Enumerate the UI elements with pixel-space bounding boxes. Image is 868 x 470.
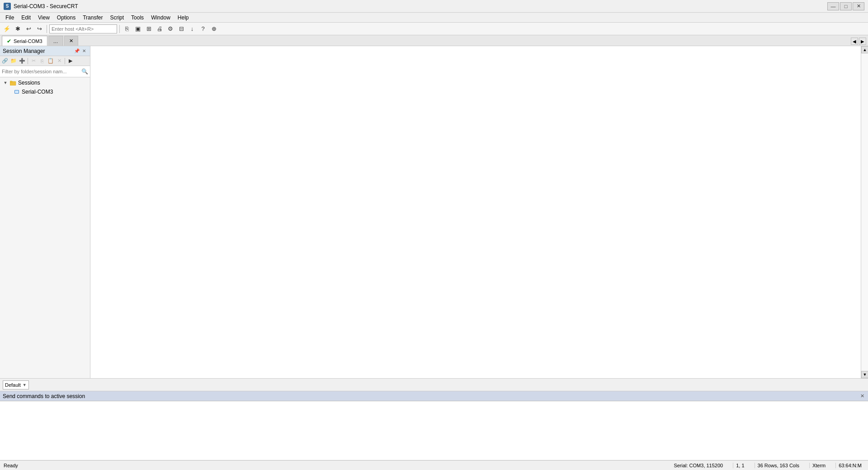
scroll-up-btn[interactable]: ▲ [861,46,868,53]
maximize-button[interactable]: □ [840,2,852,10]
toolbar-download-btn[interactable]: ↓ [187,24,197,34]
terminal-area[interactable]: ▲ ▼ [90,46,868,378]
sm-delete-btn: ✕ [55,57,63,65]
tab-prev-btn[interactable]: ◀ [851,38,858,45]
send-commands-input-area[interactable] [0,401,868,460]
status-bar: Ready Serial: COM3, 115200 1, 1 36 Rows,… [0,460,868,470]
dropdown-arrow-icon: ▼ [23,383,27,387]
filter-container: 🔍 [0,66,90,77]
sm-cut-btn: ✂ [29,57,38,65]
sm-paste-btn: 📋 [47,57,55,65]
tab-ellipsis-label: … [53,38,58,44]
toolbar-forward-btn[interactable]: ↪ [34,24,44,34]
folder-icon [10,80,16,85]
sm-sep1 [28,58,28,64]
menu-item-edit[interactable]: Edit [18,14,34,22]
scroll-down-btn[interactable]: ▼ [861,371,868,378]
menu-item-view[interactable]: View [34,14,53,22]
status-dimensions: 36 Rows, 163 Cols [755,463,802,468]
toolbar-new-tab-btn[interactable]: ⎘ [122,24,132,34]
tab-check-icon: ✔ [7,38,11,44]
toolbar-extra-btn[interactable]: ⊕ [209,24,219,34]
toolbar-connect-btn[interactable]: ⚡ [2,24,12,34]
tab-close-btn-outer[interactable]: ✕ [64,36,78,46]
sm-toolbar: 🔗 📁 ➕ ✂ ⎘ 📋 ✕ ▶ [0,56,90,66]
title-bar-buttons: — □ ✕ [827,2,864,10]
default-label: Default [5,382,21,388]
toolbar-filter-btn[interactable]: ⊟ [176,24,186,34]
toolbar-reconnect-btn[interactable]: ✱ [13,24,23,34]
toolbar-sep1 [47,25,47,33]
sm-sep2 [65,58,65,64]
session-icon [14,89,20,95]
status-extra: 63:64:N:M [835,463,864,468]
minimize-button[interactable]: — [827,2,839,10]
sm-more-btn[interactable]: ▶ [66,57,75,65]
sm-pin-btn[interactable]: 📌 [74,48,80,54]
menu-bar: FileEditViewOptionsTransferScriptToolsWi… [0,13,868,23]
svg-rect-1 [10,81,12,82]
app-icon: S [4,3,11,10]
menu-item-help[interactable]: Help [174,14,193,22]
tab-bar: ✔ Serial-COM3 … ✕ ◀ ▶ [0,35,868,46]
sm-new-session-btn[interactable]: ➕ [18,57,26,65]
session-manager-panel: Session Manager 📌 ✕ 🔗 📁 ➕ ✂ ⎘ 📋 ✕ ▶ 🔍 [0,46,90,378]
toolbar-settings-btn[interactable]: ⚙ [165,24,175,34]
tab-connected[interactable]: ✔ Serial-COM3 [2,36,47,46]
bottom-bar: Default ▼ [0,378,868,391]
main-area: Session Manager 📌 ✕ 🔗 📁 ➕ ✂ ⎘ 📋 ✕ ▶ 🔍 [0,46,868,378]
host-input[interactable] [49,24,117,33]
sm-close-btn[interactable]: ✕ [81,48,87,54]
session-tree: ▼ Sessions Serial-COM3 [0,77,90,378]
menu-item-script[interactable]: Script [106,14,127,22]
tab-ellipsis[interactable]: … [48,36,63,46]
default-dropdown[interactable]: Default ▼ [3,380,29,389]
status-position: 1, 1 [733,463,747,468]
tab-bar-left: ✔ Serial-COM3 … ✕ [2,36,79,46]
tree-sessions-folder[interactable]: ▼ Sessions [1,78,89,87]
scrollbar-track[interactable] [861,53,868,371]
toolbar-back-btn[interactable]: ↩ [24,24,33,34]
window-title: Serial-COM3 - SecureCRT [14,3,78,9]
search-icon[interactable]: 🔍 [81,68,88,75]
menu-item-file[interactable]: File [2,14,18,22]
session-manager-title: Session Manager [3,48,45,54]
tab-nav: ◀ ▶ [851,38,866,46]
tab-title: Serial-COM3 [14,38,42,44]
tab-next-btn[interactable]: ▶ [859,38,866,45]
serial-com3-label: Serial-COM3 [22,89,53,95]
send-commands-header: Send commands to active session ✕ [0,391,868,401]
send-commands-panel: Send commands to active session ✕ [0,391,868,460]
send-commands-close-btn[interactable]: ✕ [859,393,865,399]
tree-serial-com3[interactable]: Serial-COM3 [1,87,89,96]
sm-copy-btn: ⎘ [38,57,46,65]
menu-item-window[interactable]: Window [147,14,174,22]
toolbar: ⚡ ✱ ↩ ↪ ⎘ ▣ ⊞ 🖨 ⚙ ⊟ ↓ ? ⊕ [0,23,868,35]
toolbar-tile-btn[interactable]: ⊞ [144,24,154,34]
title-bar: S Serial-COM3 - SecureCRT — □ ✕ [0,0,868,13]
sm-connect-btn[interactable]: 🔗 [1,57,9,65]
toolbar-sep2 [119,25,120,33]
session-manager-header-buttons: 📌 ✕ [74,48,87,54]
tree-expand-icon[interactable]: ▼ [3,80,8,85]
menu-item-options[interactable]: Options [53,14,79,22]
session-manager-header: Session Manager 📌 ✕ [0,46,90,56]
sm-new-folder-btn[interactable]: 📁 [9,57,18,65]
status-serial-info: Serial: COM3, 115200 [671,463,726,468]
sessions-folder-label: Sessions [18,80,40,86]
filter-input[interactable] [2,67,81,76]
terminal-scrollbar[interactable]: ▲ ▼ [861,46,868,378]
toolbar-clone-btn[interactable]: ▣ [133,24,143,34]
status-ready: Ready [4,463,18,468]
title-bar-left: S Serial-COM3 - SecureCRT [4,3,78,10]
close-button[interactable]: ✕ [853,2,864,10]
toolbar-print-btn[interactable]: 🖨 [155,24,165,34]
menu-item-tools[interactable]: Tools [127,14,147,22]
status-terminal: Xterm [809,463,828,468]
menu-item-transfer[interactable]: Transfer [79,14,106,22]
toolbar-help-btn[interactable]: ? [198,24,208,34]
send-commands-title: Send commands to active session [3,393,85,399]
status-right: Serial: COM3, 115200 1, 1 36 Rows, 163 C… [671,463,864,468]
tab-close-icon: ✕ [69,38,73,44]
